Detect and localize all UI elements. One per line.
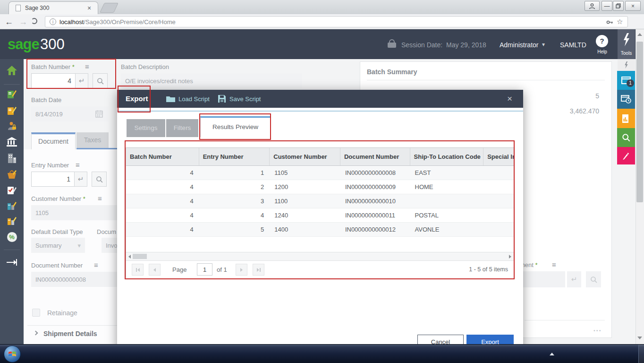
cell-customer: 1240: [270, 208, 340, 222]
partial-field-menu-icon[interactable]: ≡: [552, 260, 556, 268]
next-page-button[interactable]: [236, 264, 247, 276]
refresh-icon[interactable]: [31, 18, 37, 24]
new-tab-button[interactable]: [100, 3, 119, 13]
tool-recent-button[interactable]: [617, 90, 635, 109]
restore-button[interactable]: [613, 1, 624, 11]
hscroll-thumb[interactable]: [133, 254, 147, 259]
entry-number-go-button[interactable]: ↵: [74, 172, 87, 187]
start-button[interactable]: [4, 346, 21, 363]
profile-icon[interactable]: [585, 1, 600, 11]
page-number-input[interactable]: 1: [197, 263, 212, 276]
table-row[interactable]: 4 4 1240 IN0000000000011 POSTAL: [126, 208, 514, 223]
batch-number-menu-icon[interactable]: ≡: [85, 62, 89, 70]
partial-field-go-button[interactable]: ↵: [567, 271, 581, 287]
batch-number-input[interactable]: 4: [31, 73, 76, 88]
lock-icon-body: [388, 43, 396, 48]
tool-search-button[interactable]: [617, 128, 635, 147]
col-header-special-instructions[interactable]: Special Ins: [483, 148, 514, 165]
nav-tax-icon[interactable]: %: [6, 231, 17, 242]
key-icon[interactable]: [606, 19, 614, 26]
cell-customer: 1105: [270, 166, 340, 180]
table-row[interactable]: 4 5 1400 IN0000000000012 AVONLE: [126, 223, 514, 237]
tab-close-icon[interactable]: ×: [87, 4, 91, 12]
tray-expand-icon[interactable]: [550, 353, 554, 355]
browser-tab[interactable]: Sage 300 ×: [8, 1, 98, 14]
document-number-menu-icon[interactable]: ≡: [94, 261, 98, 269]
cell-document: IN0000000000009: [340, 180, 410, 194]
tab-taxes[interactable]: Taxes: [76, 132, 109, 148]
home-icon[interactable]: [6, 65, 17, 76]
customer-number-menu-icon[interactable]: ≡: [98, 194, 102, 202]
col-header-customer-number[interactable]: Customer Number: [270, 148, 340, 165]
retainage-checkbox[interactable]: [32, 309, 40, 317]
grid-hscrollbar[interactable]: [126, 252, 514, 260]
table-row[interactable]: 4 3 1100 IN0000000000010: [126, 194, 514, 208]
minimize-button[interactable]: —: [602, 1, 612, 11]
tool-window-button[interactable]: 1: [617, 71, 635, 90]
entry-number-input[interactable]: 1: [31, 172, 75, 187]
batch-number-go-button[interactable]: ↵: [75, 73, 88, 88]
bookmark-star-icon[interactable]: ☆: [617, 17, 623, 26]
default-detail-type-select[interactable]: Summary▾: [31, 238, 85, 253]
scroll-up-icon[interactable]: [637, 33, 642, 36]
scroll-down-icon[interactable]: [637, 337, 642, 339]
prev-page-button[interactable]: [149, 264, 161, 276]
user-menu-chevron-icon[interactable]: ▾: [542, 41, 545, 48]
url-bar[interactable]: i localhost/Sage300/OnPremise/Core/Home …: [45, 16, 628, 27]
shipment-details-toggle[interactable]: Shipment Details: [43, 330, 97, 337]
batch-number-finder-button[interactable]: [93, 73, 108, 88]
forward-icon[interactable]: →: [19, 17, 27, 27]
left-nav-rail: %: [0, 59, 24, 344]
cell-batch: 4: [126, 180, 199, 194]
show-desktop-button[interactable]: [638, 345, 644, 363]
document-type-select-partial[interactable]: Invoi: [102, 238, 117, 253]
nav-gl-journal-icon[interactable]: [6, 88, 17, 100]
tab-settings[interactable]: Settings: [127, 119, 165, 137]
col-header-entry-number[interactable]: Entry Number: [199, 148, 270, 165]
col-header-document-number[interactable]: Document Number: [340, 148, 410, 165]
hscroll-right-icon[interactable]: [509, 255, 511, 259]
tab-document[interactable]: Document: [31, 132, 76, 149]
entry-number-finder-button[interactable]: [92, 172, 107, 187]
save-script-button[interactable]: Save Script: [229, 95, 261, 103]
first-page-button[interactable]: [132, 264, 144, 276]
table-row[interactable]: 4 1 1105 IN0000000000008 EAST: [126, 166, 514, 180]
tool-reports-button[interactable]: [617, 109, 635, 128]
retainage-label: Retainage: [47, 309, 77, 317]
window-close-button[interactable]: ×: [625, 1, 641, 11]
sign-out-icon[interactable]: [6, 257, 17, 268]
tab-filters[interactable]: Filters: [166, 119, 198, 137]
nav-bank-icon[interactable]: [6, 136, 17, 147]
entry-number-label: Entry Number: [31, 162, 69, 169]
col-header-batch-number[interactable]: Batch Number: [126, 148, 199, 165]
cell-entry: 1: [199, 166, 270, 180]
enter-icon: ↵: [79, 77, 85, 85]
tab-results-preview[interactable]: Results Preview: [200, 116, 271, 137]
nav-approval-icon[interactable]: [6, 185, 17, 196]
info-icon[interactable]: i: [50, 18, 56, 25]
card-divider: [367, 80, 605, 80]
nav-order-entry-icon[interactable]: [6, 169, 17, 181]
help-icon[interactable]: ?: [596, 35, 608, 47]
card-divider-bottom: [525, 320, 605, 320]
last-page-button[interactable]: [253, 264, 264, 276]
col-header-ship-to[interactable]: Ship-To Location Code: [410, 148, 484, 165]
nav-company-icon[interactable]: [6, 153, 17, 164]
entry-number-menu-icon[interactable]: ≡: [76, 161, 80, 169]
nav-ap-journal-icon[interactable]: [6, 105, 17, 116]
scrollbar-thumb[interactable]: [636, 42, 643, 202]
tool-notes-button[interactable]: [617, 147, 635, 164]
table-row[interactable]: 4 2 1200 IN0000000000009 HOME: [126, 180, 514, 194]
nav-inventory-icon[interactable]: [6, 200, 17, 212]
load-script-button[interactable]: Load Script: [178, 95, 210, 103]
partial-field-finder-button[interactable]: [586, 271, 601, 287]
dialog-close-icon[interactable]: ×: [507, 94, 512, 104]
cell-shipto: HOME: [410, 180, 484, 194]
sage-logo: sage: [8, 36, 39, 53]
nav-customer-icon[interactable]: [6, 121, 17, 132]
hscroll-left-icon[interactable]: [128, 255, 131, 259]
ellipsis-menu-icon[interactable]: •••: [593, 328, 602, 333]
user-menu[interactable]: Administrator: [500, 41, 538, 49]
nav-purchasing-icon[interactable]: [6, 216, 17, 227]
back-icon[interactable]: ←: [5, 17, 13, 27]
